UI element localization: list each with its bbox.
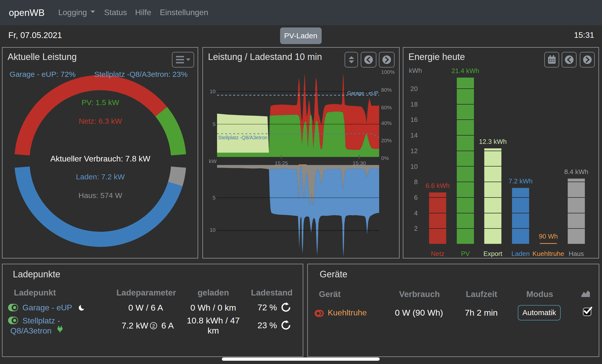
svg-text:kW: kW bbox=[209, 158, 217, 164]
svg-text:2: 2 bbox=[152, 323, 155, 329]
svg-text:5: 5 bbox=[213, 121, 216, 127]
svg-text:20%: 20% bbox=[381, 138, 392, 143]
svg-text:80%: 80% bbox=[381, 87, 392, 93]
svg-text:60%: 60% bbox=[381, 105, 392, 110]
svg-text:Garage - eUP: Garage - eUP bbox=[347, 90, 378, 96]
svg-text:10: 10 bbox=[210, 88, 216, 94]
svg-text:10: 10 bbox=[210, 227, 216, 233]
svg-text:15:30: 15:30 bbox=[353, 160, 366, 166]
svg-text:15:25: 15:25 bbox=[275, 160, 288, 166]
svg-text:100%: 100% bbox=[381, 69, 395, 75]
svg-text:0%: 0% bbox=[381, 155, 389, 161]
svg-text:Stellplatz -Q8/A3etron: Stellplatz -Q8/A3etron bbox=[218, 135, 267, 140]
svg-text:40%: 40% bbox=[381, 120, 392, 126]
svg-text:5: 5 bbox=[213, 195, 216, 201]
